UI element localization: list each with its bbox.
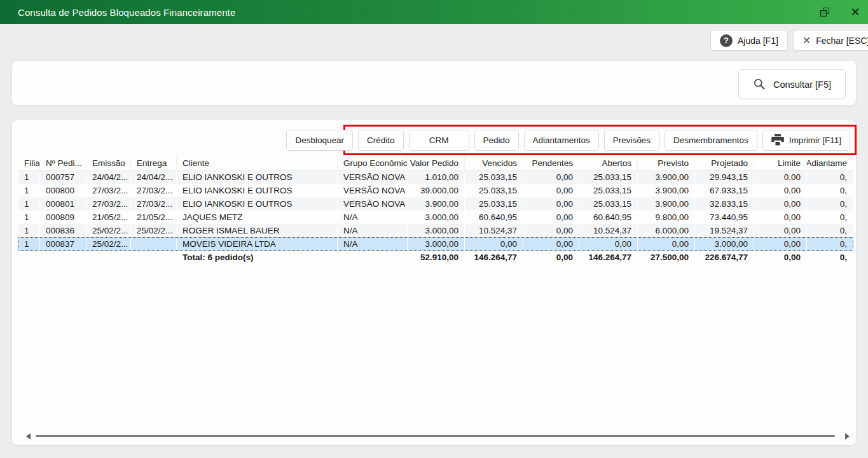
cell-previsto: 3.900,00 [638, 184, 695, 197]
cell-cliente: JAQUES METZ [177, 211, 338, 224]
toolbar-button-credito[interactable]: Crédito [358, 130, 404, 151]
cell-adiantamentos: 0, [807, 170, 853, 184]
cell-num-pedido: 000757 [40, 170, 86, 184]
grid-panel: DesbloquearCréditoCRMPedidoAdiantamentos… [11, 120, 857, 445]
column-header-previsto[interactable]: Previsto [638, 156, 695, 170]
cell-vencidos: 10.524,37 [465, 224, 523, 237]
cell-entrega [131, 251, 177, 264]
column-header-filial[interactable]: Filial [18, 156, 40, 170]
cell-projetado: 67.933,15 [695, 184, 754, 197]
scroll-left-arrow-icon[interactable] [26, 433, 31, 440]
table-row[interactable]: 100075724/04/2...24/04/2...ELIO IANKOSKI… [18, 170, 853, 184]
cell-projetado: 3.000,00 [695, 237, 754, 251]
cell-previsto: 27.500,00 [638, 251, 695, 264]
toolbar-button-previsoes[interactable]: Previsões [604, 130, 659, 151]
scroll-right-arrow-icon[interactable] [845, 433, 850, 440]
toolbar-button-label: Pedido [483, 135, 510, 145]
cell-adiantamentos: 0, [807, 197, 853, 211]
column-header-limite[interactable]: Limite [754, 156, 807, 170]
column-header-emissao[interactable]: Emissão [86, 156, 131, 170]
cell-abertos: 60.640,95 [579, 211, 638, 224]
cell-projetado: 226.674,77 [695, 251, 754, 264]
cell-limite: 0,00 [754, 224, 807, 237]
table-row[interactable]: 100080127/03/2...27/03/2...ELIO IANKOSKI… [18, 197, 853, 211]
cell-pendentes: 0,00 [523, 211, 579, 224]
cell-vencidos: 25.033,15 [465, 184, 523, 197]
toolbar-button-imprimir[interactable]: Imprimir [F11] [762, 130, 850, 151]
restore-window-icon[interactable] [820, 8, 829, 17]
cell-entrega: 27/03/2... [131, 184, 177, 197]
column-header-adiantamentos[interactable]: Adiantame [807, 156, 853, 170]
cell-projetado: 73.440,95 [695, 211, 754, 224]
column-header-projetado[interactable]: Projetado [695, 156, 754, 170]
cell-num-pedido [40, 251, 86, 264]
cell-emissao: 24/04/2... [86, 170, 131, 184]
table-row[interactable]: 100080027/03/2...27/03/2...ELIO IANKOSKI… [18, 184, 853, 197]
column-header-pendentes[interactable]: Pendentes [523, 156, 579, 170]
table-row[interactable]: 100083625/02/2...25/02/2...ROGER ISMAEL … [18, 224, 853, 237]
cell-num-pedido: 000836 [40, 224, 86, 237]
cell-abertos: 146.264,77 [579, 251, 638, 264]
table-row[interactable]: 100083725/02/2...MOVEIS VIDEIRA LTDAN/A3… [18, 237, 853, 251]
cell-pendentes: 0,00 [523, 184, 579, 197]
cell-valor-pedido: 3.000,00 [408, 237, 465, 251]
horizontal-scrollbar[interactable] [18, 432, 851, 441]
toolbar-button-label: Imprimir [F11] [789, 135, 841, 145]
cell-emissao: 25/02/2... [86, 224, 131, 237]
help-button[interactable]: ? Ajuda [F1] [710, 30, 788, 51]
cell-abertos: 25.033,15 [579, 184, 638, 197]
close-screen-button[interactable]: ✕ Fechar [ESC] [793, 30, 868, 51]
cell-grupo-economico: VERSÃO NOVA [338, 184, 408, 197]
toolbar-button-crm[interactable]: CRM [409, 130, 469, 151]
cell-filial [18, 251, 40, 264]
cell-vencidos: 25.033,15 [465, 197, 523, 211]
cell-grupo-economico [338, 251, 408, 264]
close-window-icon[interactable]: ✕ [848, 4, 863, 20]
cell-adiantamentos: 0, [807, 211, 853, 224]
restore-front-square [820, 10, 827, 17]
cell-valor-pedido: 3.000,00 [408, 224, 465, 237]
column-header-valor-pedido[interactable]: Valor Pedido [408, 156, 465, 170]
toolbar-button-desbloquear[interactable]: Desbloquear [286, 130, 353, 151]
column-header-cliente[interactable]: Cliente [177, 156, 338, 170]
cell-grupo-economico: N/A [338, 224, 408, 237]
column-header-vencidos[interactable]: Vencidos [465, 156, 523, 170]
toolbar-button-label: Adiantamentos [533, 135, 590, 145]
column-header-abertos[interactable]: Abertos [579, 156, 638, 170]
magnifier-icon [753, 78, 766, 91]
question-mark-icon: ? [720, 34, 733, 47]
cell-emissao [86, 251, 131, 264]
cell-entrega: 25/02/2... [131, 224, 177, 237]
cell-limite: 0,00 [754, 251, 807, 264]
cell-pendentes: 0,00 [523, 197, 579, 211]
column-header-grupo-economico[interactable]: Grupo Econômic... [338, 156, 408, 170]
cell-grupo-economico: N/A [338, 211, 408, 224]
cell-cliente: ELIO IANKOSKI E OUTROS [177, 184, 338, 197]
consult-button[interactable]: Consultar [F5] [738, 69, 846, 99]
column-header-entrega[interactable]: Entrega [131, 156, 177, 170]
toolbar-button-label: Desbloquear [295, 135, 344, 145]
table-row[interactable]: 100080921/05/2...21/05/2...JAQUES METZN/… [18, 211, 853, 224]
cell-entrega: 24/04/2... [131, 170, 177, 184]
cell-cliente: ELIO IANKOSKI E OUTROS [177, 197, 338, 211]
toolbar-button-pedido[interactable]: Pedido [474, 130, 519, 151]
cell-cliente: MOVEIS VIDEIRA LTDA [177, 237, 338, 251]
cell-abertos: 10.524,37 [579, 224, 638, 237]
cell-abertos: 25.033,15 [579, 197, 638, 211]
cell-projetado: 19.524,37 [695, 224, 754, 237]
toolbar-highlight-box: DesbloquearCréditoCRMPedidoAdiantamentos… [343, 125, 857, 155]
grid-header-row: FilialNº Pedi...EmissãoEntregaClienteGru… [18, 156, 853, 170]
column-header-num-pedido[interactable]: Nº Pedi... [40, 156, 86, 170]
toolbar-button-label: Crédito [367, 135, 395, 145]
toolbar-button-adiantamentos[interactable]: Adiantamentos [524, 130, 599, 151]
cell-filial: 1 [18, 211, 40, 224]
app-window: Consulta de Pedidos Bloqueados Financeir… [0, 0, 868, 458]
cell-previsto: 6.000,00 [638, 224, 695, 237]
cell-filial: 1 [18, 184, 40, 197]
cell-vencidos: 0,00 [465, 237, 523, 251]
scrollbar-thumb[interactable] [36, 435, 835, 437]
printer-icon [771, 134, 784, 146]
toolbar-button-desmembramentos[interactable]: Desmembramentos [665, 130, 757, 151]
total-row: Total: 6 pedido(s)52.910,00146.264,770,0… [18, 251, 853, 264]
cell-valor-pedido: 3.000,00 [408, 211, 465, 224]
